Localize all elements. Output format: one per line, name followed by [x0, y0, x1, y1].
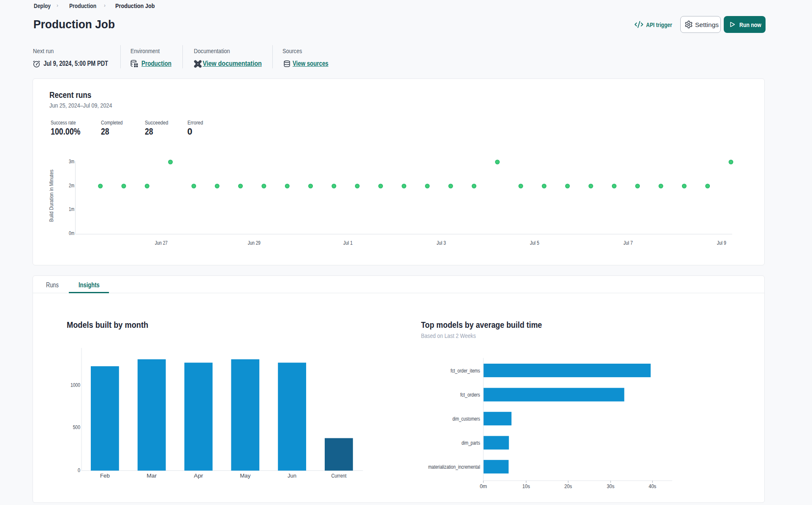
svg-text:Jul 1: Jul 1: [343, 240, 353, 246]
svg-text:0: 0: [78, 467, 80, 473]
svg-text:Jul 9: Jul 9: [717, 240, 726, 246]
svg-text:fct_orders: fct_orders: [460, 392, 480, 398]
svg-text:Jun: Jun: [288, 473, 296, 479]
svg-text:Feb: Feb: [100, 473, 110, 479]
svg-text:Jun 29: Jun 29: [248, 240, 261, 246]
svg-text:Apr: Apr: [194, 473, 203, 479]
svg-text:May: May: [240, 473, 251, 479]
svg-text:Mar: Mar: [147, 473, 157, 479]
svg-text:1000: 1000: [71, 382, 80, 388]
svg-text:Jun 27: Jun 27: [155, 240, 168, 246]
svg-text:Build Duration in Minutes: Build Duration in Minutes: [49, 170, 54, 222]
svg-text:Current: Current: [331, 473, 346, 479]
svg-text:500: 500: [73, 424, 81, 430]
svg-text:dim_parts: dim_parts: [462, 440, 480, 446]
svg-text:1m: 1m: [69, 206, 74, 212]
svg-text:Jul 5: Jul 5: [530, 240, 539, 246]
svg-text:materialization_incremental: materialization_incremental: [428, 464, 480, 470]
svg-text:Jul 3: Jul 3: [437, 240, 446, 246]
svg-text:20s: 20s: [565, 483, 572, 489]
svg-text:40s: 40s: [649, 483, 656, 489]
svg-text:2m: 2m: [69, 183, 74, 189]
svg-text:3m: 3m: [69, 159, 74, 165]
svg-text:0m: 0m: [69, 230, 74, 236]
svg-text:30s: 30s: [607, 483, 614, 489]
svg-text:dim_customers: dim_customers: [452, 416, 480, 422]
svg-text:Jul 7: Jul 7: [624, 240, 633, 246]
svg-text:10s: 10s: [522, 483, 530, 489]
svg-text:fct_order_items: fct_order_items: [451, 368, 480, 374]
svg-text:0m: 0m: [480, 483, 487, 489]
